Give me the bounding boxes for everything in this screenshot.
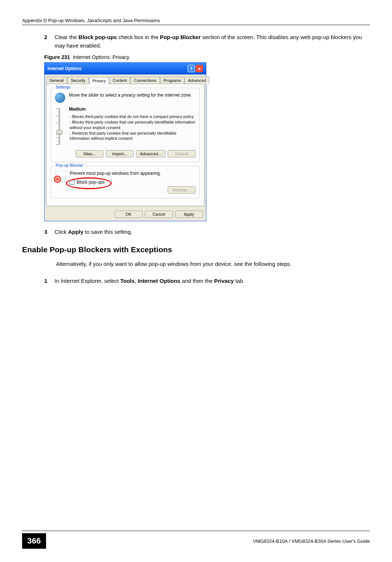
settings-group-title: Settings [54,85,72,89]
advanced-button[interactable]: Advanced... [136,150,165,157]
help-icon[interactable]: ? [188,65,195,72]
settings-intro: Move the slider to select a privacy sett… [69,93,196,98]
import-button[interactable]: Import... [106,150,134,157]
bullet-3: - Restricts first-party cookies that use… [70,131,196,142]
step-2-text: Clear the Block pop-ups check box in the… [55,34,362,49]
tab-privacy[interactable]: Privacy [89,77,109,84]
slider-thumb[interactable] [56,130,62,135]
step-2-number: 2 [44,33,47,42]
popup-blocker-icon [55,171,66,182]
popup-group-title: Pop-up Blocker [54,163,85,167]
tab-content[interactable]: Content [109,77,130,84]
settings-group: Settings Move the slider to select a pri… [51,88,200,162]
tab-programs[interactable]: Programs [160,77,185,84]
internet-options-dialog: Internet Options ? × General Security Pr… [44,62,206,221]
dialog-title: Internet Options [48,66,82,71]
popup-settings-button: Settings... [168,186,196,194]
dialog-titlebar: Internet Options ? × [45,63,206,74]
privacy-level: Medium [69,107,196,112]
tab-security[interactable]: Security [67,77,89,84]
section-heading: Enable Pop-up Blockers with Exceptions [22,245,370,254]
section-para: Alternatively, if you only want to allow… [56,260,370,268]
step-3-text: Click Apply to save this setting. [55,229,132,235]
cancel-button[interactable]: Cancel [145,211,173,218]
tab-advanced[interactable]: Advanced [185,77,209,84]
footer-guide-title: VMG8324-B10A / VMG8324-B30A Series User'… [46,538,370,544]
tab-strip: General Security Privacy Content Connect… [45,74,206,84]
default-button: Default [168,150,196,157]
popup-blocker-group: Pop-up Blocker Prevent most pop-up windo… [51,166,200,198]
figure-caption: Figure 231 Internet Options: Privacy [44,54,370,60]
step-1b-number: 1 [44,277,47,285]
tab-connections[interactable]: Connections [130,77,160,84]
close-icon[interactable]: × [196,65,203,72]
apply-button[interactable]: Apply [175,211,203,218]
appendix-title: Appendix D Pop-up Windows, JavaScripts a… [22,18,160,23]
block-popups-label: Block pop-ups [77,180,105,185]
bullet-2: - Blocks third-party cookies that use pe… [70,119,196,131]
tab-general[interactable]: General [46,77,67,84]
privacy-slider[interactable] [59,108,60,145]
bullet-1: - Blocks third-party cookies that do not… [70,114,196,119]
step-3-number: 3 [44,228,47,236]
block-popups-checkbox[interactable] [70,180,74,185]
popup-intro: Prevent most pop-up windows from appeari… [70,171,196,176]
sites-button[interactable]: Sites... [76,150,104,157]
ok-button[interactable]: OK [115,211,143,218]
globe-icon [55,93,65,103]
step-1b-text: In Internet Explorer, select Tools, Inte… [55,278,245,284]
page-number: 366 [22,533,46,549]
